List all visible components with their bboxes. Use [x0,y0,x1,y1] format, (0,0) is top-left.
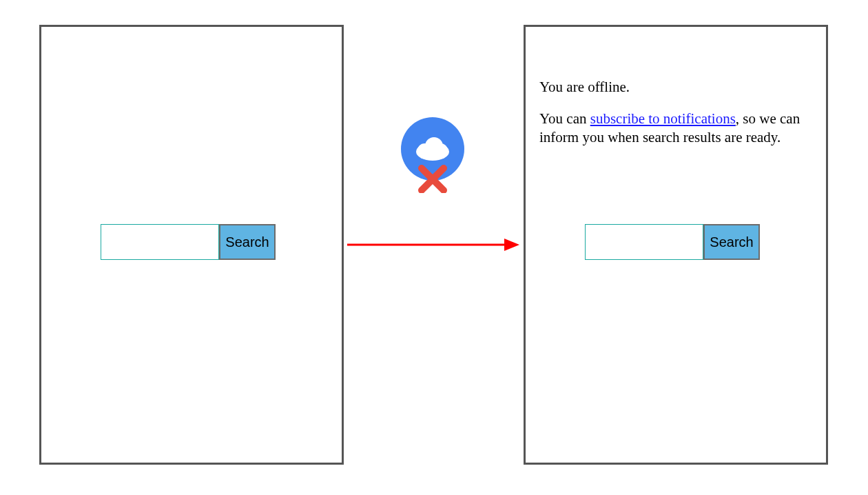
subscribe-link[interactable]: subscribe to notifications [590,110,736,127]
offline-message: You are offline. You can subscribe to no… [539,78,812,160]
offline-cloud-icon [401,117,464,193]
svg-marker-1 [504,239,519,251]
search-input[interactable] [585,224,703,260]
search-input[interactable] [101,224,219,260]
offline-pre: You can [539,110,590,127]
panel-after: You are offline. You can subscribe to no… [524,25,828,465]
search-button[interactable]: Search [219,224,276,260]
search-row-after: Search [585,224,760,260]
offline-line2: You can subscribe to notifications, so w… [539,110,812,146]
svg-point-6 [434,143,448,157]
transition-arrow-icon [347,234,519,255]
panel-before: Search [39,25,344,465]
search-row-before: Search [101,224,276,260]
offline-line1: You are offline. [539,78,812,96]
search-button[interactable]: Search [703,224,760,260]
